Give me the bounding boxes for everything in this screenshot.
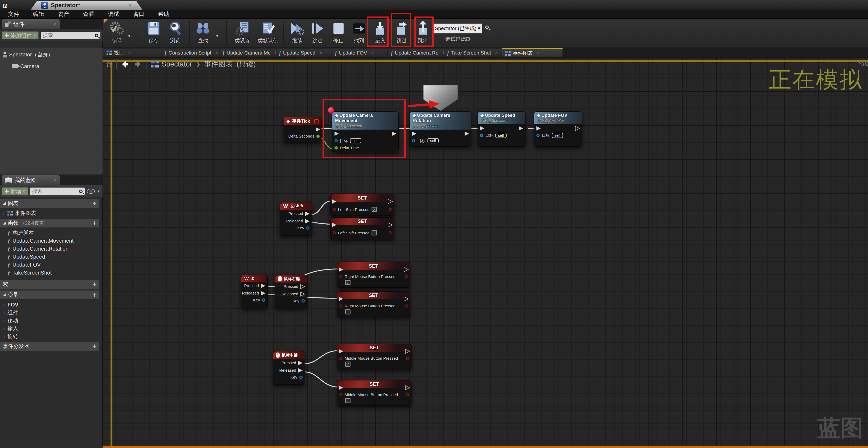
self-chip[interactable]: self [495, 133, 506, 138]
node-update-speed[interactable]: ◆ Update Speed 目标是Spectator ▶ ▶ 目标 self [477, 111, 526, 146]
node-set-left-shift-on[interactable]: SET ▶ ▶ Left Shift Pressed [330, 194, 394, 216]
bool-checkbox[interactable] [345, 280, 350, 285]
exec-out-pin[interactable]: ▶ [405, 385, 410, 390]
close-icon[interactable]: × [129, 2, 132, 8]
collapsed-arrow-icon[interactable]: ▷ [3, 319, 5, 323]
tab-update-fov[interactable]: f Update FOV✕ [332, 48, 388, 57]
collapsed-arrow-icon[interactable]: ▷ [3, 311, 5, 315]
exec-in-pin[interactable]: ▶ [339, 267, 343, 272]
exec-in-pin[interactable]: ▶ [536, 125, 541, 131]
window-title-tab[interactable]: Spectator* × [31, 1, 143, 10]
step-over-toolbar-button[interactable]: 跳过 [307, 20, 328, 46]
bool-checkbox[interactable] [345, 361, 350, 367]
section-macros[interactable]: 宏 + [0, 280, 99, 289]
tab-event-graph[interactable]: 事件图表✕ [502, 48, 563, 57]
list-item-take-screen-shot[interactable]: ƒ TakeScreenShot [0, 269, 99, 277]
target-pin[interactable] [480, 134, 483, 137]
self-chip[interactable]: self [552, 133, 563, 138]
node-set-mmb-off[interactable]: SET ▶ ▶ Middle Mouse Button Pressed [337, 380, 411, 406]
continue-button[interactable]: 继续 [287, 20, 307, 46]
collapsed-arrow-icon[interactable]: ▷ [3, 303, 5, 307]
key-pin[interactable] [262, 299, 265, 302]
node-mouse-right[interactable]: 鼠标右键 Pressed▶ Released▶ Key [275, 275, 307, 308]
tab-close-icon[interactable]: ✕ [537, 51, 540, 56]
key-pin[interactable] [306, 227, 309, 230]
stop-button[interactable]: 停止 [328, 20, 348, 46]
tab-close-icon[interactable]: ✕ [53, 22, 57, 27]
released-pin[interactable]: ▶ [261, 290, 265, 296]
menu-file[interactable]: 文件 [8, 10, 19, 18]
exec-out-pin[interactable]: ▶ [404, 267, 408, 272]
list-item-update-camera-movement[interactable]: ƒ UpdateCameraMovement [0, 237, 99, 245]
list-item-construction-script[interactable]: ƒ 构造脚本 [0, 229, 99, 237]
bool-out-pin[interactable] [405, 304, 408, 308]
tab-update-camera-movement[interactable]: f Update Camera Mc✕ [219, 48, 276, 57]
tab-close-icon[interactable]: ✕ [371, 50, 374, 55]
tab-close-icon[interactable]: ✕ [495, 50, 498, 55]
exec-in-pin[interactable]: ▶ [332, 199, 336, 204]
tab-update-camera-rotation[interactable]: f Update Camera Ro✕ [388, 48, 444, 57]
section-functions[interactable]: 函数 （22可覆盖） + [0, 219, 99, 228]
menu-edit[interactable]: 编辑 [33, 10, 44, 18]
add-function-icon[interactable]: + [93, 219, 97, 227]
debug-filter-dropdown[interactable]: Spectator (已生成) ▾ [433, 24, 482, 34]
node-mouse-middle[interactable]: 鼠标中键 Pressed▶ Released▶ Key [273, 351, 305, 385]
bool-in-pin[interactable] [333, 208, 336, 211]
bool-checkbox[interactable] [345, 398, 350, 403]
variable-item-components[interactable]: ▷ 组件 [0, 309, 99, 317]
bool-in-pin[interactable] [339, 393, 342, 397]
target-pin[interactable] [412, 139, 415, 142]
exec-in-pin[interactable]: ▶ [412, 131, 416, 136]
exec-out-pin[interactable]: ▶ [388, 199, 392, 204]
list-item-event-graph[interactable]: ▷ 事件图表 [0, 209, 99, 217]
exec-in-pin[interactable]: ▶ [339, 385, 343, 390]
exec-in-pin[interactable]: ▶ [339, 296, 343, 301]
tab-construction-script[interactable]: f Construction Script✕ [161, 48, 219, 57]
exec-out-pin[interactable]: ▶ [388, 222, 392, 227]
menu-help[interactable]: 帮助 [158, 10, 169, 18]
collapsed-arrow-icon[interactable]: ▷ [3, 335, 5, 339]
pressed-pin[interactable]: ▶ [261, 283, 265, 288]
menu-window[interactable]: 窗口 [133, 10, 144, 18]
components-search-input[interactable]: 搜索 [41, 32, 100, 39]
node-set-mmb-on[interactable]: SET ▶ ▶ Middle Mouse Button Pressed [337, 344, 411, 369]
tab-close-icon[interactable]: ✕ [53, 178, 57, 183]
class-settings-button[interactable]: 类设置 [232, 20, 252, 46]
add-component-button[interactable]: ✛ 添加组件 ▽ [2, 31, 39, 39]
node-update-fov[interactable]: ◆ Update FOV 目标是Spectator ▶ ▶ 目标 self [534, 111, 582, 146]
menu-view[interactable]: 查看 [83, 10, 94, 18]
bool-checkbox[interactable] [345, 309, 350, 314]
released-pin[interactable]: ▶ [301, 291, 305, 296]
bool-checkbox[interactable] [372, 230, 377, 235]
exec-out-pin[interactable]: ▶ [405, 348, 410, 353]
bool-out-pin[interactable] [389, 231, 392, 234]
bool-out-pin[interactable] [406, 357, 409, 360]
event-graph-canvas[interactable]: ☆ Spectator ❯ 事件图表 (只读) 缩放 正在模拟 蓝图 [102, 57, 868, 448]
compile-dropdown-icon[interactable]: ▼ [127, 34, 131, 38]
variable-item-input[interactable]: ▷ 输入 [0, 324, 99, 333]
menu-asset[interactable]: 资产 [58, 10, 69, 18]
tab-components[interactable]: 组件 ✕ [2, 19, 60, 29]
find-button[interactable]: 查找 [193, 20, 213, 46]
add-variable-icon[interactable]: + [93, 291, 97, 299]
bool-out-pin[interactable] [389, 208, 392, 211]
tab-my-blueprint[interactable]: 我的蓝图 ✕ [2, 175, 60, 185]
tab-close-icon[interactable]: ✕ [319, 50, 322, 55]
chevron-down-icon[interactable]: ▼ [97, 189, 100, 194]
compile-button[interactable]: 编译 [107, 20, 127, 46]
tab-viewport[interactable]: 视口✕ [103, 48, 161, 57]
key-pin[interactable] [302, 299, 305, 303]
exec-out-pin[interactable]: ▶ [575, 125, 580, 131]
bool-in-pin[interactable] [339, 357, 342, 360]
exec-out-pin[interactable]: ▶ [316, 126, 320, 132]
variable-item-movement[interactable]: ▷ 移动 [0, 317, 99, 324]
class-defaults-button[interactable]: 类默认值 [256, 20, 280, 46]
bool-in-pin[interactable] [339, 304, 342, 308]
add-graph-icon[interactable]: + [93, 199, 97, 207]
list-item-update-fov[interactable]: ƒ UpdateFOV [0, 261, 99, 269]
pressed-pin[interactable]: ▶ [298, 360, 303, 365]
exec-out-pin[interactable]: ▶ [404, 296, 408, 301]
bool-out-pin[interactable] [406, 393, 409, 397]
collapsed-arrow-icon[interactable]: ▷ [3, 211, 5, 215]
node-key-left-shift[interactable]: 左Shift Pressed▶ Released▶ Key [280, 202, 312, 236]
